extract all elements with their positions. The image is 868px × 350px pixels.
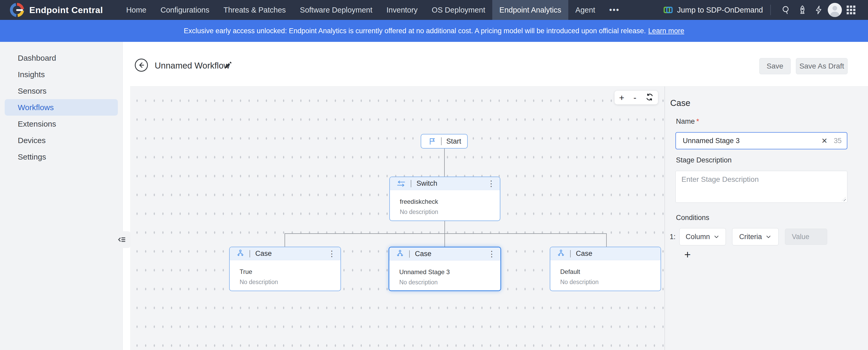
case-node-title: Case — [415, 250, 431, 258]
criteria-dropdown-label: Criteria — [739, 233, 762, 241]
sidebar-item-devices[interactable]: Devices — [5, 132, 118, 149]
case-node-header: Case ⋮ — [389, 247, 500, 261]
top-navbar: Endpoint Central Home Configurations Thr… — [0, 0, 868, 20]
quick-actions-bolt-icon[interactable] — [810, 2, 827, 18]
condition-index: 1: — [670, 233, 676, 241]
whats-new-rocket-icon[interactable] — [794, 2, 810, 18]
case-properties-panel: Case Name* ✕ 35 Stage Description Condit… — [665, 86, 868, 350]
branch-icon — [396, 250, 404, 258]
name-label: Name* — [676, 117, 699, 125]
case-node-header: Case ⋮ — [230, 247, 340, 260]
case-node-menu-icon[interactable]: ⋮ — [488, 250, 496, 258]
conditions-label: Conditions — [676, 214, 709, 222]
nav-separator — [770, 5, 771, 15]
collapse-sidebar-icon — [117, 235, 126, 244]
workflow-header: Unnamed Workflow Save Save As Draft — [123, 42, 868, 86]
sidebar-item-dashboard[interactable]: Dashboard — [5, 50, 118, 66]
brand[interactable]: Endpoint Central — [10, 3, 103, 17]
jump-to-sdp-label: Jump to SDP-OnDemand — [677, 6, 763, 14]
sidebar-collapse-toggle[interactable] — [112, 231, 131, 248]
switch-node-menu-icon[interactable]: ⋮ — [487, 180, 495, 187]
connector-case-left — [284, 233, 285, 247]
sidebar-item-workflows[interactable]: Workflows — [5, 99, 118, 116]
sidebar-item-insights[interactable]: Insights — [5, 66, 118, 83]
banner-message: Exclusive early access unlocked: Endpoin… — [184, 27, 646, 35]
save-button[interactable]: Save — [759, 58, 790, 74]
jump-to-sdp-link[interactable]: Jump to SDP-OnDemand — [663, 5, 763, 15]
save-as-draft-button[interactable]: Save As Draft — [796, 58, 848, 74]
case-node-description: No description — [240, 279, 340, 286]
char-counter: 35 — [834, 137, 842, 145]
case-node-default[interactable]: Case Default No description — [550, 247, 661, 291]
sidebar-item-sensors[interactable]: Sensors — [5, 83, 118, 99]
nav-item-os-deployment[interactable]: OS Deployment — [425, 0, 492, 20]
app-grid-icon[interactable] — [843, 2, 859, 18]
brand-name: Endpoint Central — [29, 5, 103, 15]
clear-name-icon[interactable]: ✕ — [821, 137, 827, 145]
switch-node[interactable]: Switch ⋮ freediskcheck No description — [389, 177, 500, 221]
node-divider — [411, 180, 411, 187]
sdp-ondemand-icon — [663, 5, 673, 15]
nav-item-agent[interactable]: Agent — [568, 0, 602, 20]
left-sidebar: Dashboard Insights Sensors Workflows Ext… — [0, 42, 123, 350]
connector-start-switch — [444, 149, 445, 177]
branch-icon — [557, 250, 565, 258]
main-nav: Home Configurations Threats & Patches So… — [119, 0, 626, 20]
chevron-down-icon — [714, 234, 719, 240]
connector-switch-down — [444, 221, 445, 234]
stage-description-input[interactable] — [676, 171, 847, 202]
case-node-unnamed-stage-3[interactable]: Case ⋮ Unnamed Stage 3 No description — [389, 247, 501, 291]
edit-title-pencil-icon[interactable] — [224, 61, 232, 70]
branch-icon — [237, 250, 244, 258]
sidebar-item-settings[interactable]: Settings — [5, 149, 118, 165]
column-dropdown[interactable]: Column — [679, 228, 726, 245]
case-node-menu-icon[interactable]: ⋮ — [328, 250, 336, 258]
early-access-banner: Exclusive early access unlocked: Endpoin… — [0, 20, 868, 42]
connector-case-right — [606, 233, 607, 247]
user-avatar[interactable] — [827, 2, 843, 18]
nav-item-home[interactable]: Home — [119, 0, 153, 20]
sidebar-item-extensions[interactable]: Extensions — [5, 116, 118, 132]
stage-name-field: ✕ 35 — [676, 132, 847, 149]
case-node-description: No description — [560, 279, 660, 286]
case-node-name: True — [240, 268, 340, 275]
add-condition-button[interactable]: + — [684, 249, 691, 260]
case-node-body: Unnamed Stage 3 No description — [389, 261, 500, 286]
connector-case-middle — [444, 233, 445, 247]
start-node-label: Start — [446, 137, 461, 145]
canvas-zoom-controls: + - — [615, 91, 658, 105]
value-input-disabled[interactable]: Value — [785, 229, 827, 245]
switch-node-header: Switch ⋮ — [390, 177, 500, 190]
stage-name-input[interactable] — [681, 137, 819, 145]
case-node-name: Unnamed Stage 3 — [399, 268, 500, 276]
stage-description-area — [676, 171, 847, 203]
case-node-body: Default No description — [550, 260, 660, 286]
learn-more-link[interactable]: Learn more — [648, 27, 684, 35]
nav-item-endpoint-analytics[interactable]: Endpoint Analytics — [492, 0, 568, 20]
nav-overflow-menu[interactable]: ••• — [602, 0, 626, 20]
case-node-true[interactable]: Case ⋮ True No description — [229, 247, 341, 291]
back-button[interactable] — [135, 59, 148, 72]
case-node-name: Default — [560, 268, 660, 275]
endpoint-central-logo-icon — [10, 3, 24, 17]
panel-title: Case — [670, 98, 690, 108]
workflow-title: Unnamed Workflow — [155, 61, 230, 70]
column-dropdown-label: Column — [686, 233, 710, 241]
case-node-body: True No description — [230, 260, 340, 286]
reset-zoom-icon[interactable] — [644, 93, 655, 102]
switch-node-description: No description — [400, 208, 500, 215]
nav-item-software-deployment[interactable]: Software Deployment — [293, 0, 379, 20]
nav-item-threats-patches[interactable]: Threats & Patches — [216, 0, 293, 20]
zoom-in-button[interactable]: + — [617, 93, 626, 102]
avatar-image — [828, 3, 842, 17]
nav-item-configurations[interactable]: Configurations — [153, 0, 216, 20]
nav-item-inventory[interactable]: Inventory — [379, 0, 425, 20]
start-node[interactable]: Start — [421, 134, 468, 149]
node-divider — [250, 250, 250, 257]
search-icon[interactable] — [778, 2, 794, 18]
criteria-dropdown[interactable]: Criteria — [732, 228, 779, 245]
zoom-out-button[interactable]: - — [632, 93, 638, 102]
case-node-title: Case — [576, 250, 592, 258]
flag-icon — [429, 137, 436, 145]
case-node-description: No description — [399, 279, 500, 286]
